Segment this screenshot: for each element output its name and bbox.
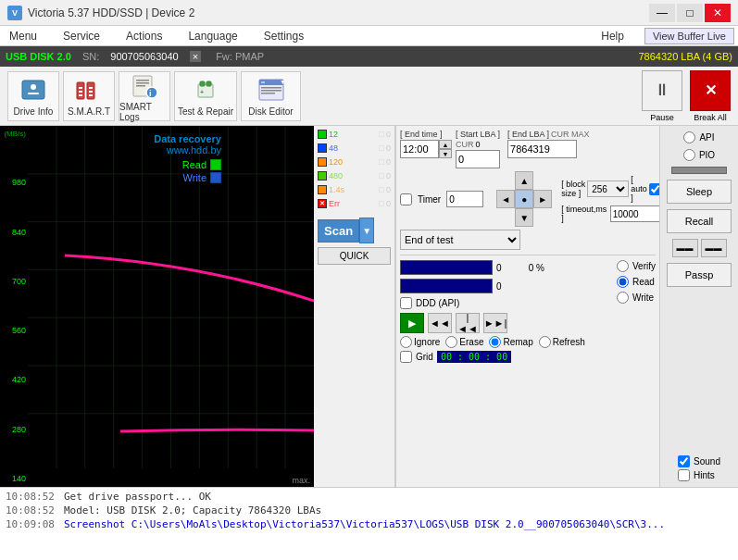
menu-item-menu[interactable]: Menu xyxy=(4,28,43,44)
drive-info-label: Drive Info xyxy=(14,106,54,117)
write-radio[interactable] xyxy=(617,292,629,304)
sound-checkbox[interactable] xyxy=(678,455,690,467)
minimize-button[interactable]: — xyxy=(649,4,675,22)
close-button[interactable]: ✕ xyxy=(705,4,731,22)
ignore-radio[interactable] xyxy=(400,336,412,348)
block-size-select[interactable]: 256 512 1024 xyxy=(587,180,629,197)
timer-input[interactable] xyxy=(446,191,483,207)
end-time-up[interactable]: ▲ xyxy=(439,140,452,149)
svg-rect-8 xyxy=(89,87,93,89)
read-checkbox[interactable] xyxy=(210,159,221,170)
grid-checkbox[interactable] xyxy=(400,351,412,363)
smart-logs-button[interactable]: i SMART Logs xyxy=(119,71,170,121)
right-main-panel: [ End time ] ▲ ▼ [ Start LBA ] CUR 0 xyxy=(395,126,659,487)
svg-rect-10 xyxy=(89,94,93,96)
y-label-1: 980 xyxy=(2,178,26,187)
write-legend: Write xyxy=(182,172,221,183)
svg-text:i: i xyxy=(149,89,152,98)
rewind-button[interactable]: ◄◄ xyxy=(428,313,452,333)
test-repair-button[interactable]: + Test & Repair xyxy=(174,71,237,121)
mini-btn-1[interactable]: ▬▬ xyxy=(672,239,698,257)
mini-btn-2[interactable]: ▬▬ xyxy=(701,239,727,257)
svg-rect-4 xyxy=(79,87,82,89)
break-icon: ✕ xyxy=(705,81,717,99)
api-row: API xyxy=(683,131,714,143)
timer-checkbox[interactable] xyxy=(400,193,412,205)
error-options-row: Ignore Erase Remap Refresh xyxy=(400,336,656,348)
sector-1s4-label: 1.4s xyxy=(329,185,344,194)
log-msg-2[interactable]: Screenshot C:\Users\MoAls\Desktop\Victor… xyxy=(64,518,665,530)
timeout-input[interactable] xyxy=(610,205,661,222)
pio-radio[interactable] xyxy=(683,149,695,161)
passp-button[interactable]: Passp xyxy=(667,263,732,287)
step-back-button[interactable]: |◄◄ xyxy=(456,313,480,333)
play-button[interactable]: ▶ xyxy=(400,313,424,333)
recall-button[interactable]: Recall xyxy=(667,209,732,233)
maximize-button[interactable]: □ xyxy=(677,4,703,22)
svg-rect-27 xyxy=(261,90,281,92)
menu-item-service[interactable]: Service xyxy=(57,28,106,44)
start-lba-input[interactable] xyxy=(456,150,500,168)
right-radios: Verify Read Write xyxy=(617,260,656,333)
step-forward-button[interactable]: ►►| xyxy=(483,313,507,333)
window-controls: — □ ✕ xyxy=(649,4,731,22)
svg-rect-9 xyxy=(89,91,93,93)
nav-right-button[interactable]: ► xyxy=(533,190,552,208)
end-time-input[interactable] xyxy=(400,140,439,158)
device-bar: USB DISK 2.0 SN: 900705063040 × Fw: PMAP… xyxy=(0,46,738,67)
start-lba-label: [ Start LBA ] xyxy=(456,130,500,139)
svg-rect-14 xyxy=(136,85,145,87)
ignore-label: Ignore xyxy=(414,337,440,347)
sector-err-color: ✕ xyxy=(318,199,327,208)
erase-label: Erase xyxy=(459,337,483,347)
sector-12-label: 12 xyxy=(329,130,338,139)
erase-radio[interactable] xyxy=(445,336,457,348)
break-all-button[interactable]: ✕ xyxy=(690,70,731,111)
menu-item-help[interactable]: Help xyxy=(595,28,630,44)
read-radio[interactable] xyxy=(617,276,629,288)
end-of-test-select[interactable]: End of test Loop Stop on error xyxy=(400,230,520,250)
pause-button[interactable]: ⏸ xyxy=(642,70,682,111)
view-buffer-button[interactable]: View Buffer Live xyxy=(644,28,734,44)
verify-radio[interactable] xyxy=(617,260,629,272)
menu-bar: Menu Service Actions Language Settings H… xyxy=(0,26,738,46)
nav-down-button[interactable]: ▼ xyxy=(515,208,533,227)
end-time-down[interactable]: ▼ xyxy=(439,149,452,158)
device-remove-button[interactable]: × xyxy=(190,51,201,62)
menu-item-actions[interactable]: Actions xyxy=(120,28,168,44)
scan-dropdown-button[interactable]: ▼ xyxy=(359,218,374,243)
remap-radio[interactable] xyxy=(489,336,501,348)
nav-left-button[interactable]: ◄ xyxy=(496,190,515,208)
svg-rect-28 xyxy=(261,93,275,94)
menu-item-settings[interactable]: Settings xyxy=(258,28,309,44)
mini-buttons: ▬▬ ▬▬ xyxy=(672,239,727,257)
smart-button[interactable]: S.M.A.R.T xyxy=(63,71,115,121)
menu-item-language[interactable]: Language xyxy=(182,28,243,44)
end-time-label: [ End time ] xyxy=(400,130,452,139)
title-bar: V Victoria 5.37 HDD/SSD | Device 2 — □ ✕ xyxy=(0,0,738,26)
progress-bar-2 xyxy=(400,279,493,293)
sector-480-val: □ 0 xyxy=(379,171,391,180)
refresh-radio[interactable] xyxy=(539,336,551,348)
nav-up-button[interactable]: ▲ xyxy=(515,171,533,190)
disk-editor-button[interactable]: ▼ Disk Editor xyxy=(241,71,301,121)
grid-label: Grid xyxy=(416,352,433,362)
drive-info-button[interactable]: Drive Info xyxy=(7,71,59,121)
nav-center-button[interactable]: ● xyxy=(515,190,533,208)
ddd-label: DDD (API) xyxy=(416,298,459,308)
test-repair-label: Test & Repair xyxy=(178,106,233,117)
hints-checkbox[interactable] xyxy=(678,469,690,481)
scan-button[interactable]: Scan xyxy=(318,219,359,243)
api-radio[interactable] xyxy=(683,131,695,143)
timer-row: Timer ▲ ◄ ● ► ▼ [ b xyxy=(400,171,656,227)
write-checkbox[interactable] xyxy=(210,172,221,183)
sleep-button[interactable]: Sleep xyxy=(667,180,732,204)
fw-label: Fw: PMAP xyxy=(212,51,268,62)
log-msg-0: Get drive passport... OK xyxy=(64,491,211,503)
quick-button[interactable]: QUICK xyxy=(318,247,391,265)
end-lba-input[interactable] xyxy=(507,140,577,158)
svg-point-15 xyxy=(146,87,157,98)
write-legend-label: Write xyxy=(183,172,206,183)
write-row: Write xyxy=(617,292,656,304)
ddd-checkbox[interactable] xyxy=(400,297,412,309)
